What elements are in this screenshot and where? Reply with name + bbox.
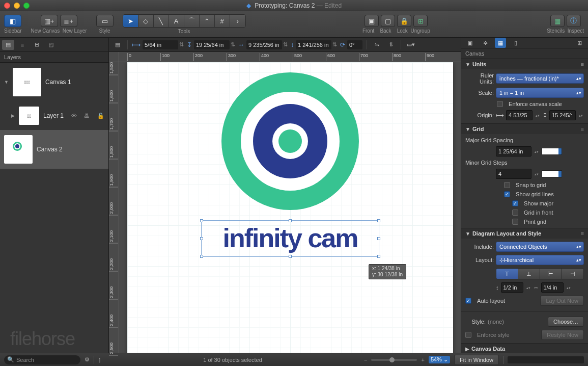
print-icon[interactable]: 🖶	[84, 113, 90, 119]
lay-out-now-button[interactable]: Lay Out Now	[540, 296, 584, 306]
inspect-button[interactable]: ⓘ	[567, 15, 581, 27]
show-major-checkbox[interactable]: ✓	[512, 200, 518, 206]
flip-h-icon[interactable]: ⇋	[370, 40, 383, 50]
line-tool[interactable]: ╲	[154, 15, 169, 27]
minor-grid-color[interactable]	[542, 170, 562, 177]
document-tab[interactable]: ▯	[510, 38, 521, 48]
units-section-title[interactable]: Units	[472, 61, 581, 67]
align-left-icon[interactable]: ▤	[111, 40, 124, 50]
disclosure-icon[interactable]: ▼	[4, 80, 9, 85]
ruler-vertical[interactable]: 1,500 1,600 1,700 1,800 1,900 2,000 2,10…	[109, 62, 119, 353]
v-spacing-field[interactable]: 1/2 in	[501, 282, 523, 293]
layer-item-layer1[interactable]: ▶ ▯▯ Layer 1 👁 🖶 🔓	[0, 101, 108, 130]
direction-left[interactable]: ⊣	[562, 269, 583, 279]
layer-item-canvas2[interactable]: Canvas 2	[0, 130, 108, 169]
text-tool[interactable]: A	[169, 15, 184, 27]
sidebar-toggle-button[interactable]: ◧	[4, 15, 21, 27]
h-stepper[interactable]: ⇅	[332, 41, 337, 48]
bring-front-button[interactable]: ▣	[365, 15, 379, 27]
zoom-slider[interactable]	[371, 359, 417, 361]
layers-tab[interactable]: ▤	[2, 40, 14, 50]
canvas-inspector-tab[interactable]: ▦	[495, 38, 506, 48]
grid-view-icon[interactable]: ⊞	[574, 38, 585, 48]
zoom-select[interactable]: 54% ⌄	[429, 356, 450, 363]
zoom-out-button[interactable]: −	[364, 357, 367, 363]
x-field[interactable]: 5/64 in	[143, 40, 178, 49]
print-grid-checkbox[interactable]	[512, 219, 518, 225]
h-spacing-field[interactable]: 1/4 in	[541, 282, 564, 293]
w-stepper[interactable]: ⇅	[283, 41, 288, 48]
outline-tab[interactable]: ⊟	[31, 40, 43, 50]
ungroup-button[interactable]: ⊞	[413, 15, 428, 27]
direction-right[interactable]: ⊢	[540, 269, 562, 279]
restyle-now-button[interactable]: Restyle Now	[541, 330, 584, 340]
send-back-button[interactable]: ▢	[381, 15, 395, 27]
selection-tab[interactable]: ◰	[45, 40, 57, 50]
minor-grid-field[interactable]: 4	[496, 169, 531, 179]
direction-up[interactable]: ⊥	[518, 269, 540, 279]
grid-front-checkbox[interactable]	[512, 210, 518, 216]
enforce-canvas-scale-checkbox[interactable]	[497, 101, 503, 107]
disclosure-icon[interactable]: ▶	[11, 113, 15, 118]
search-field[interactable]: 🔍Search	[4, 355, 80, 364]
point-tool[interactable]: ⌃	[200, 15, 215, 27]
direction-down[interactable]: ⊤	[496, 269, 518, 279]
flip-v-icon[interactable]: ⥮	[384, 40, 398, 50]
minimize-window-button[interactable]	[14, 3, 20, 9]
canvas-data-section-title[interactable]: Canvas Data	[471, 346, 584, 352]
canvas-page[interactable]: infinity cam	[127, 62, 453, 353]
pages-icon[interactable]: ⫿	[98, 357, 101, 363]
origin-x-field[interactable]: 4 53/25	[506, 110, 533, 120]
grid-tool[interactable]: #	[215, 15, 230, 27]
shape-tool[interactable]: ◇	[138, 15, 154, 27]
close-window-button[interactable]	[4, 3, 10, 9]
choose-style-button[interactable]: Choose…	[548, 317, 584, 327]
include-select[interactable]: Connected Objects▴▾	[496, 242, 584, 252]
y-field[interactable]: 19 25/64 in	[194, 40, 230, 49]
ruler-horizontal[interactable]: 0 100 200 300 400 500 600 700 800 900	[119, 52, 461, 62]
enforce-style-checkbox[interactable]	[465, 332, 471, 338]
ruler-units-select[interactable]: inches — fractional (in)*▴▾	[496, 73, 584, 84]
style-button[interactable]: ▭	[96, 15, 114, 27]
new-canvas-button[interactable]: ▥+	[41, 15, 58, 27]
pen-tool[interactable]: ⌒	[184, 15, 200, 27]
layout-select[interactable]: ⊹ Hierarchical▴▾	[496, 255, 584, 265]
object-inspector-tab[interactable]: ▣	[464, 38, 475, 48]
zoom-in-button[interactable]: +	[421, 357, 424, 363]
notes-field[interactable]	[508, 356, 584, 363]
target-graphic[interactable]	[221, 72, 359, 210]
menu-icon[interactable]: ≡	[581, 230, 584, 237]
rot-field[interactable]: 0°	[347, 40, 362, 49]
menu-icon[interactable]: ≡	[581, 126, 584, 132]
browse-tool[interactable]: ›	[230, 15, 245, 27]
canvas-viewport[interactable]: infinity cam x: 1 24/38 iny: 30 1	[119, 62, 461, 353]
major-grid-field[interactable]: 1 25/64 in	[496, 146, 531, 156]
stencils-button[interactable]: ▦	[550, 15, 565, 27]
origin-y-stepper[interactable]: ▴▾	[578, 114, 584, 117]
show-grid-checkbox[interactable]: ✓	[504, 191, 510, 197]
auto-layout-checkbox[interactable]: ✓	[465, 298, 471, 304]
scale-select[interactable]: 1 in = 1 in▴▾	[496, 88, 584, 98]
lock-icon[interactable]: 🔓	[97, 113, 104, 119]
origin-x-stepper[interactable]: ▴▾	[535, 114, 541, 117]
w-field[interactable]: 9 235/256 in	[246, 40, 282, 49]
lock-button[interactable]: 🔒	[397, 15, 411, 27]
major-grid-color[interactable]	[542, 148, 562, 155]
snap-checkbox[interactable]	[504, 182, 510, 188]
new-layer-button[interactable]: ≣+	[60, 15, 77, 27]
fit-window-button[interactable]: Fit in Window	[454, 355, 499, 365]
origin-y-field[interactable]: 15 245/:	[549, 110, 576, 120]
visibility-icon[interactable]: 👁	[71, 113, 77, 119]
y-stepper[interactable]: ⇅	[231, 41, 235, 48]
zoom-window-button[interactable]	[23, 3, 30, 9]
properties-tab[interactable]: ✲	[480, 38, 491, 48]
menu-icon[interactable]: ≡	[581, 61, 584, 67]
list-tab[interactable]: ≡	[16, 40, 29, 50]
grid-section-title[interactable]: Grid	[472, 126, 581, 132]
h-field[interactable]: 1 241/256 in	[296, 40, 331, 49]
selected-text-object[interactable]: infinity cam	[201, 220, 379, 257]
selection-tool[interactable]: ➤	[123, 15, 138, 27]
gear-icon[interactable]: ⚙	[85, 356, 90, 363]
diagram-section-title[interactable]: Diagram Layout and Style	[472, 230, 581, 237]
distribute-icon[interactable]: ▭▾	[404, 40, 417, 50]
